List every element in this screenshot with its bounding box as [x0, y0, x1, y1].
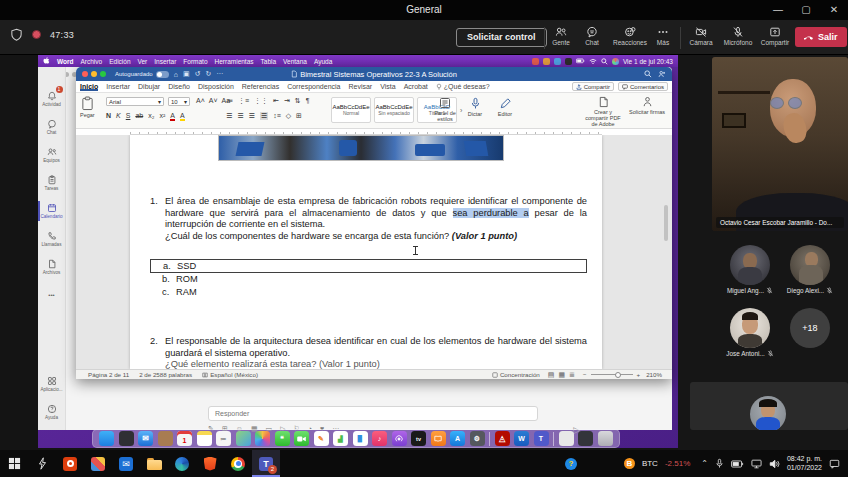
dock-icon-keynote[interactable]: ▉ — [353, 431, 368, 446]
menu-archivo[interactable]: Archivo — [81, 58, 103, 65]
taskbar-icon-brave[interactable] — [196, 450, 224, 477]
subscript-button[interactable]: x₂ — [148, 112, 154, 121]
reply-input[interactable] — [208, 406, 538, 421]
more-commands-icon[interactable]: ⋯ — [216, 70, 223, 78]
align-center-button[interactable]: ☰ — [237, 112, 243, 120]
dock-icon-maps[interactable] — [236, 431, 251, 446]
tray-clock[interactable]: 08:42 p. m. 01/07/2022 — [787, 455, 822, 472]
superscript-button[interactable]: x² — [159, 112, 165, 121]
share-document-button[interactable]: Compartir — [572, 82, 614, 91]
sidebar-item-tareas[interactable]: Tareas — [38, 169, 66, 197]
request-signatures-button[interactable]: Solicitar firmas — [628, 96, 666, 115]
sidebar-item-ayuda[interactable]: Ayuda — [38, 398, 66, 426]
menu-word[interactable]: Word — [57, 58, 74, 65]
redo-icon[interactable]: ↻ — [205, 70, 211, 78]
shading-button[interactable]: ◇ — [286, 112, 291, 120]
font-color-button[interactable]: A — [170, 112, 175, 121]
tray-mic-icon[interactable] — [715, 458, 724, 469]
print-layout-button[interactable]: ▦ — [558, 371, 565, 379]
justify-button[interactable]: ☰ — [260, 112, 268, 120]
menu-extra-icon[interactable] — [554, 58, 561, 65]
close-button[interactable]: ✕ — [820, 0, 848, 20]
dock-icon-system-preferences[interactable]: ⚙ — [470, 431, 485, 446]
participant-tile[interactable]: Jose Antoni... — [720, 308, 780, 357]
menu-tabla[interactable]: Tabla — [261, 58, 277, 65]
dock-icon-contacts[interactable] — [158, 431, 173, 446]
dock-icon-app-store[interactable]: A — [450, 431, 465, 446]
dock-icon-downloads[interactable] — [578, 431, 593, 446]
read-mode-button[interactable]: ▤ — [548, 371, 555, 379]
search-icon[interactable] — [644, 70, 652, 78]
italic-button[interactable]: K — [116, 112, 121, 121]
dock-icon-books[interactable] — [431, 431, 446, 446]
zoom-level[interactable]: 210% — [646, 371, 662, 378]
editor-button[interactable]: Editor — [492, 97, 518, 117]
sidebar-item-aplicaciones[interactable]: Aplicacio... — [38, 370, 66, 398]
mac-close-button[interactable] — [82, 71, 88, 77]
dock-icon-mail[interactable]: ✉ — [138, 431, 153, 446]
sidebar-item-actividad[interactable]: 1 Actividad — [38, 85, 66, 113]
menu-ventana[interactable]: Ventana — [283, 58, 307, 65]
tab-revisar[interactable]: Revisar — [348, 83, 372, 90]
align-left-button[interactable]: ☰ — [226, 112, 232, 120]
dock-icon-podcasts[interactable] — [392, 431, 407, 446]
tab-inicio[interactable]: Inicio — [80, 83, 98, 91]
styles-pane-button[interactable]: Panel de estilos — [428, 97, 462, 122]
tell-me-button[interactable]: ¿Qué deseas? — [436, 83, 490, 91]
font-size-select[interactable]: 10▾ — [168, 97, 190, 106]
dock-icon-notes[interactable] — [197, 431, 212, 446]
participant-tile[interactable]: Miguel Ang... — [720, 245, 780, 294]
menu-ayuda[interactable]: Ayuda — [314, 58, 332, 65]
taskbar-icon-mail[interactable]: ✉ — [112, 450, 140, 477]
web-layout-button[interactable]: ≣ — [569, 371, 575, 379]
zoom-out-button[interactable]: − — [583, 371, 587, 378]
sidebar-item-archivos[interactable]: Archivos — [38, 253, 66, 281]
dock-icon-music[interactable]: ♪ — [372, 431, 387, 446]
chat-button[interactable]: Chat — [580, 26, 604, 46]
taskbar-icon-teams[interactable]: T 2 — [252, 450, 280, 477]
tab-correspondencia[interactable]: Correspondencia — [287, 83, 340, 90]
reactions-button[interactable]: Reacciones — [610, 26, 650, 46]
document-scrollbar[interactable] — [664, 205, 668, 241]
page-indicator[interactable]: Página 2 de 11 — [88, 371, 129, 378]
dock-icon-pages[interactable]: ✎ — [314, 431, 329, 446]
align-right-button[interactable]: ☰ — [249, 112, 255, 120]
dock-icon-reminders[interactable]: ≔ — [216, 431, 231, 446]
comments-button[interactable]: Comentarios — [618, 82, 668, 91]
taskbar-icon-chrome[interactable] — [224, 450, 252, 477]
share-user-icon[interactable] — [658, 70, 666, 78]
participant-tile[interactable]: Diego Alexi... — [780, 245, 840, 294]
microphone-button[interactable]: Micrófono — [720, 26, 756, 46]
dock-icon-teams[interactable]: T — [534, 431, 549, 446]
dock-icon-photos[interactable] — [255, 431, 270, 446]
dock-icon-tv[interactable]: tv — [411, 431, 426, 446]
grow-font-button[interactable]: A˄ — [196, 97, 205, 104]
dock-icon-calendar[interactable]: 1 — [177, 431, 192, 446]
menu-ver[interactable]: Ver — [138, 58, 148, 65]
dictate-button[interactable]: Dictar — [462, 97, 488, 117]
mac-zoom-button[interactable] — [100, 71, 106, 77]
dock-icon-messages[interactable]: ❝ — [275, 431, 290, 446]
share-button[interactable]: Compartir — [758, 26, 792, 46]
style-normal[interactable]: AaBbCcDdEe Normal — [331, 97, 371, 123]
self-video-tile[interactable] — [690, 382, 848, 430]
adobe-pdf-button[interactable]: Crear y compartir PDF de Adobe — [582, 96, 624, 127]
tray-expand-chevron[interactable]: ⌃ — [701, 459, 708, 468]
tab-dibujar[interactable]: Dibujar — [138, 83, 160, 90]
sort-button[interactable]: ⇅ — [295, 97, 301, 105]
zoom-slider-knob[interactable] — [615, 372, 621, 378]
menu-formato[interactable]: Formato — [183, 58, 207, 65]
tab-acrobat[interactable]: Acrobat — [404, 83, 428, 90]
menu-extra-icon[interactable] — [543, 58, 550, 65]
notification-center-icon[interactable] — [829, 459, 840, 469]
option-a-box[interactable]: a. SSD — [150, 259, 587, 273]
menu-herramientas[interactable]: Herramientas — [215, 58, 254, 65]
minimize-button[interactable]: — — [764, 0, 792, 20]
tray-network-icon[interactable] — [751, 459, 762, 469]
menu-extra-icon[interactable] — [532, 58, 539, 65]
taskbar-icon-edge[interactable] — [168, 450, 196, 477]
tray-battery-icon[interactable] — [731, 460, 744, 468]
presenter-video-tile[interactable]: Octavio Cesar Escobar Jaramillo - Do... — [712, 57, 848, 231]
taskbar-icon-color-app[interactable] — [84, 450, 112, 477]
home-icon[interactable]: ⌂ — [174, 71, 178, 78]
